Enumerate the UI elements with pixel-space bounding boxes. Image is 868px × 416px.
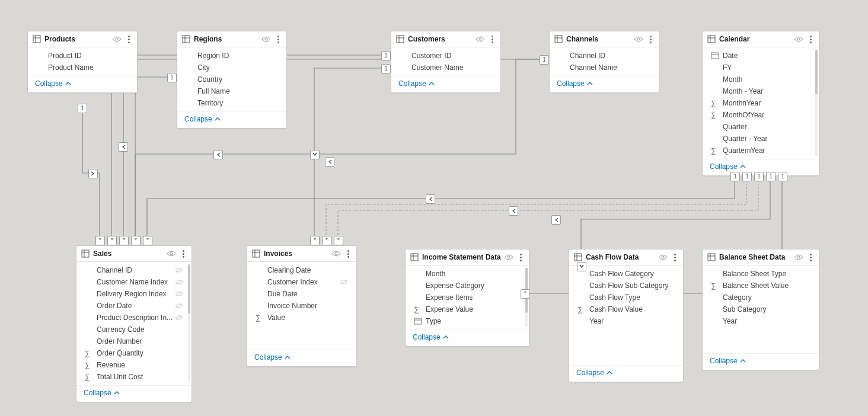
table-sales[interactable]: Sales Channel ID Customer Name Index Del… (76, 245, 192, 402)
svg-point-15 (637, 38, 640, 40)
hidden-icon (175, 291, 183, 297)
field-row[interactable]: Order Date (76, 300, 192, 312)
field-row[interactable]: Product Name (28, 62, 137, 73)
field-row[interactable]: ∑MonthnYear (703, 97, 819, 109)
visibility-icon[interactable] (504, 254, 513, 261)
table-products[interactable]: Products Product ID Product Name Collaps… (27, 31, 138, 93)
field-row[interactable]: Territory (177, 97, 286, 109)
collapse-button[interactable]: Collapse (177, 111, 286, 128)
visibility-icon[interactable] (658, 254, 668, 261)
field-row[interactable]: Quarter - Year (703, 133, 819, 145)
visibility-icon[interactable] (167, 250, 176, 257)
table-title: Balance Sheet Data (719, 253, 794, 261)
field-row[interactable]: Product Description In... (76, 312, 192, 324)
field-row[interactable]: Customer Index (247, 276, 356, 288)
field-row[interactable]: Expense Items (406, 292, 529, 303)
more-options-icon[interactable] (344, 250, 352, 258)
field-row[interactable]: FY (703, 62, 819, 73)
field-row[interactable]: Due Date (247, 288, 356, 300)
more-options-icon[interactable] (517, 254, 524, 261)
model-canvas[interactable]: 1 1 1 1 1 1 1 1 1 1 * * * * * * * * * Pr… (0, 0, 868, 416)
field-row[interactable]: Year (569, 315, 683, 327)
field-row[interactable]: Date (703, 50, 819, 62)
collapse-button[interactable]: Collapse (703, 353, 819, 370)
visibility-icon[interactable] (794, 254, 803, 261)
collapse-button[interactable]: Collapse (76, 385, 192, 402)
field-row[interactable]: Expense Category (406, 280, 529, 292)
table-regions[interactable]: Regions Region ID City Country Full Name… (177, 31, 287, 129)
field-row[interactable]: Month - Year (703, 85, 819, 97)
field-row[interactable]: Order Number (76, 335, 192, 347)
field-row[interactable]: ∑QuarternYear (703, 145, 819, 156)
collapse-button[interactable]: Collapse (569, 365, 683, 382)
visibility-icon[interactable] (476, 36, 485, 43)
field-row[interactable]: Quarter (703, 121, 819, 133)
table-invoices[interactable]: Invoices Clearing Date Customer Index Du… (247, 245, 357, 367)
scrollbar-thumb[interactable] (188, 264, 190, 313)
field-row[interactable]: ∑MonthOfYear (703, 109, 819, 121)
field-row[interactable]: Month (703, 73, 819, 85)
field-row[interactable]: ∑Total Unit Cost (76, 371, 192, 383)
field-row[interactable]: Balance Sheet Type (703, 268, 819, 280)
field-row[interactable]: ∑Cash Flow Value (569, 303, 683, 315)
field-row[interactable]: ∑Order Quantity (76, 347, 192, 359)
table-customers[interactable]: Customers Customer ID Customer Name Coll… (391, 31, 501, 93)
field-row[interactable]: Customer Name Index (76, 276, 192, 288)
field-row[interactable]: Cash Flow Sub Category (569, 280, 683, 292)
field-row[interactable]: Product ID (28, 50, 137, 62)
field-row[interactable]: Type (406, 315, 529, 327)
field-row[interactable]: ∑Expense Value (406, 303, 529, 315)
more-options-icon[interactable] (489, 36, 496, 43)
field-row[interactable]: Category (703, 292, 819, 303)
field-row[interactable]: Clearing Date (247, 264, 356, 276)
field-row[interactable]: Cash Flow Type (569, 292, 683, 303)
collapse-button[interactable]: Collapse (406, 329, 529, 346)
field-row[interactable]: ∑Revenue (76, 359, 192, 371)
more-options-icon[interactable] (275, 36, 282, 43)
scrollbar-thumb[interactable] (815, 50, 818, 94)
collapse-button[interactable]: Collapse (391, 76, 500, 92)
field-label: Month (426, 270, 445, 278)
field-row[interactable]: City (177, 62, 286, 73)
field-row[interactable]: Region ID (177, 50, 286, 62)
field-row[interactable]: Customer ID (391, 50, 500, 62)
collapse-button[interactable]: Collapse (550, 76, 659, 92)
table-calendar[interactable]: Calendar Date FY Month Month - Year ∑Mon… (702, 31, 819, 176)
more-options-icon[interactable] (807, 254, 814, 261)
table-channels[interactable]: Channels Channel ID Channel Name Collaps… (549, 31, 659, 93)
visibility-icon[interactable] (331, 250, 341, 257)
field-label: Month - Year (723, 87, 763, 95)
field-row[interactable]: Month (406, 268, 529, 280)
field-row[interactable]: Sub Category (703, 303, 819, 315)
field-row[interactable]: Invoice Number (247, 300, 356, 312)
more-options-icon[interactable] (807, 36, 814, 43)
more-options-icon[interactable] (647, 36, 654, 43)
field-row[interactable]: Currency Code (76, 324, 192, 335)
collapse-button[interactable]: Collapse (247, 350, 356, 366)
field-row[interactable]: Full Name (177, 85, 286, 97)
visibility-icon[interactable] (634, 36, 643, 43)
table-balance-sheet[interactable]: Balance Sheet Data Balance Sheet Type ∑B… (702, 249, 819, 370)
field-row[interactable]: Channel ID (76, 264, 192, 276)
table-title: Income Statement Data (422, 253, 504, 261)
filter-direction-icon (119, 142, 128, 152)
table-income-statement[interactable]: Income Statement Data Month Expense Cate… (405, 249, 529, 347)
field-row[interactable]: ∑Balance Sheet Value (703, 280, 819, 292)
field-row[interactable]: Channel Name (550, 62, 659, 73)
more-options-icon[interactable] (125, 36, 132, 43)
field-row[interactable]: Customer Name (391, 62, 500, 73)
more-options-icon[interactable] (180, 250, 187, 258)
field-row[interactable]: Country (177, 73, 286, 85)
collapse-label: Collapse (710, 162, 738, 171)
filter-direction-icon (213, 150, 223, 159)
field-row[interactable]: Year (703, 315, 819, 327)
visibility-icon[interactable] (112, 36, 122, 43)
visibility-icon[interactable] (261, 36, 271, 43)
field-row[interactable]: Delivery Region Index (76, 288, 192, 300)
field-label: Product Description In... (97, 313, 173, 322)
visibility-icon[interactable] (794, 36, 803, 43)
field-row[interactable]: ∑Value (247, 312, 356, 324)
more-options-icon[interactable] (671, 254, 678, 261)
field-row[interactable]: Channel ID (550, 50, 659, 62)
collapse-button[interactable]: Collapse (28, 76, 137, 92)
